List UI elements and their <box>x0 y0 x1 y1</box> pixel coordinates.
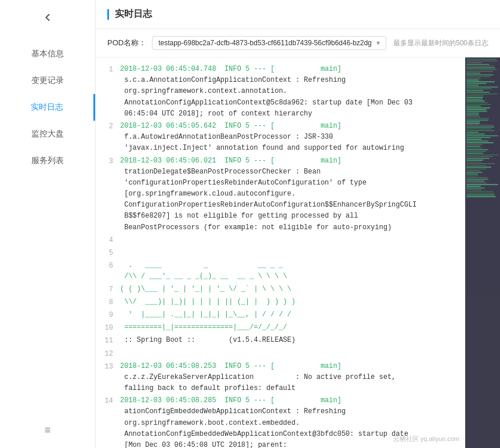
minimap-line <box>466 100 485 102</box>
minimap-line <box>466 137 491 138</box>
minimap-line <box>466 118 490 119</box>
log-line: 12 <box>96 348 465 360</box>
minimap-line <box>466 102 488 103</box>
log-line: 4 <box>96 234 465 247</box>
log-line: 5 <box>96 247 465 259</box>
minimap-line <box>466 156 493 157</box>
minimap-line <box>466 139 481 140</box>
log-line-content: 2018-12-03 06:45:05.642 INFO 5 --- [ mai… <box>120 121 454 154</box>
minimap-line <box>466 180 484 182</box>
log-line: 132018-12-03 06:45:08.253 INFO 5 --- [ m… <box>96 360 465 395</box>
log-line-content: 2018-12-03 06:45:06.021 INFO 5 --- [ mai… <box>120 156 454 233</box>
log-line-number: 11 <box>96 335 113 346</box>
minimap-line <box>466 160 483 161</box>
minimap-line <box>466 76 491 77</box>
minimap-line <box>466 163 495 164</box>
log-line-number: 7 <box>96 284 113 295</box>
log-line: 12018-12-03 06:45:04.748 INFO 5 --- [ ma… <box>96 63 465 120</box>
minimap-line <box>466 74 494 75</box>
minimap-line <box>466 179 488 180</box>
log-line-number: 2 <box>96 121 113 132</box>
minimap-line <box>466 167 491 168</box>
minimap-line <box>466 172 483 173</box>
minimap-line <box>466 196 496 197</box>
log-line-content: . ____ _ __ _ _ /\\ / ___'_ __ _ _(_)_ _… <box>120 260 454 282</box>
log-line-content: 2018-12-03 06:45:04.748 INFO 5 --- [ mai… <box>120 64 454 120</box>
minimap-line <box>466 175 479 176</box>
minimap-line <box>466 132 479 133</box>
minimap-line <box>466 140 488 142</box>
log-line-number: 9 <box>96 309 113 321</box>
minimap-line <box>466 99 483 100</box>
log-line: 7( ( )\___ | '_ | '_| | '_ \/ _` | \ \ \… <box>96 283 465 296</box>
minimap-line <box>466 88 492 89</box>
sidebar-item-service-list[interactable]: 服务列表 <box>0 147 95 174</box>
log-line: 9 ' |____| .__|_| |_|_| |_\__, | / / / / <box>96 309 465 321</box>
log-line-content: 2018-12-03 06:45:08.253 INFO 5 --- [ mai… <box>120 361 454 395</box>
back-button[interactable] <box>36 6 59 29</box>
log-line-number: 1 <box>96 64 113 75</box>
sidebar-item-monitor[interactable]: 监控大盘 <box>0 121 95 147</box>
minimap-line <box>466 69 497 70</box>
log-line: 11 :: Spring Boot :: (v1.5.4.RELEASE) <box>96 334 465 347</box>
minimap-line <box>466 121 480 122</box>
minimap-line <box>466 92 490 93</box>
minimap-line <box>466 66 494 67</box>
log-line-content: :: Spring Boot :: (v1.5.4.RELEASE) <box>120 335 454 346</box>
log-line-number: 5 <box>96 247 113 259</box>
pod-selector[interactable]: testapp-698bc2a7-dcfb-4873-bd53-cf6611db… <box>152 36 386 50</box>
minimap-line <box>466 187 485 189</box>
log-line: 22018-12-03 06:45:05.642 INFO 5 --- [ ma… <box>96 120 465 155</box>
minimap-line <box>466 59 497 60</box>
minimap-line <box>466 177 488 178</box>
toolbar-note: 最多显示最新时间的500条日志 <box>393 38 488 48</box>
minimap-line <box>466 170 480 171</box>
minimap-line <box>466 154 498 156</box>
minimap-line <box>466 90 483 91</box>
log-line-number: 13 <box>96 361 113 373</box>
log-line-number: 3 <box>96 156 113 167</box>
sidebar-collapse-button[interactable]: ≡ <box>0 413 95 448</box>
minimap-line <box>466 191 493 192</box>
minimap-line <box>466 114 479 115</box>
minimap-line <box>466 151 486 152</box>
minimap-line <box>466 135 498 136</box>
minimap-line <box>466 165 486 166</box>
minimap-line <box>466 189 482 190</box>
minimap-line <box>466 71 493 72</box>
minimap-line <box>466 97 483 98</box>
minimap-line <box>466 95 484 96</box>
minimap-line <box>466 147 483 149</box>
minimap-line <box>466 116 480 117</box>
log-line-number: 8 <box>96 297 113 308</box>
minimap-line <box>466 194 495 196</box>
log-line-content: \\/ ___)| |_)| | | | | || (_| | ) ) ) ) <box>120 297 454 308</box>
sidebar: 基本信息 变更记录 实时日志 监控大盘 服务列表 ≡ <box>0 0 96 448</box>
pod-label: POD名称： <box>107 38 146 48</box>
toolbar: POD名称： testapp-698bc2a7-dcfb-4873-bd53-c… <box>96 29 500 57</box>
minimap-line <box>466 186 481 187</box>
minimap-line <box>466 104 491 105</box>
log-line-number: 12 <box>96 348 113 360</box>
log-line-number: 6 <box>96 260 113 272</box>
sidebar-item-change-log[interactable]: 变更记录 <box>0 67 95 94</box>
sidebar-item-realtime-log[interactable]: 实时日志 <box>0 94 95 121</box>
page-header: 实时日志 <box>96 0 500 29</box>
pod-value: testapp-698bc2a7-dcfb-4873-bd53-cf6611db… <box>158 39 372 47</box>
chevron-down-icon: ▾ <box>376 39 380 47</box>
log-line: 32018-12-03 06:45:06.021 INFO 5 --- [ ma… <box>96 155 465 234</box>
minimap-line <box>466 128 492 129</box>
minimap-line <box>466 123 480 124</box>
minimap-line <box>466 113 479 114</box>
log-content[interactable]: 12018-12-03 06:45:04.748 INFO 5 --- [ ma… <box>96 57 465 448</box>
sidebar-item-basic-info[interactable]: 基本信息 <box>0 41 95 67</box>
page-title: 实时日志 <box>115 8 152 20</box>
minimap-line <box>466 64 490 65</box>
minimap-line <box>466 161 481 162</box>
minimap-line <box>466 81 495 82</box>
minimap-line <box>466 109 487 110</box>
log-line: 6 . ____ _ __ _ _ /\\ / ___'_ __ _ _(_)_… <box>96 259 465 283</box>
minimap-line <box>466 93 498 95</box>
main-content: 实时日志 POD名称： testapp-698bc2a7-dcfb-4873-b… <box>96 0 500 448</box>
minimap-line <box>466 133 485 135</box>
